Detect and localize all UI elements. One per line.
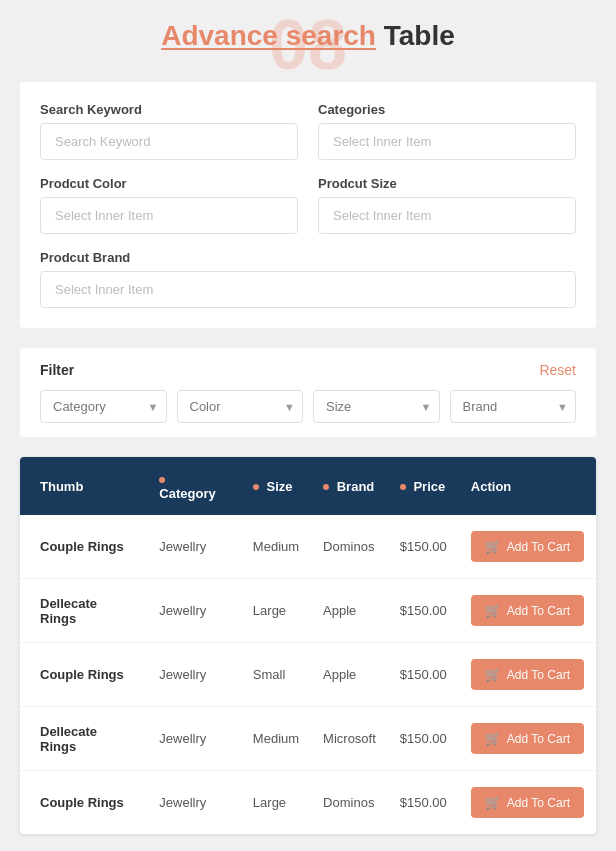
col-action: Action: [459, 457, 596, 515]
price-indicator: [400, 484, 406, 490]
add-to-cart-button[interactable]: 🛒 Add To Cart: [471, 595, 584, 626]
table-body: Couple Rings Jewellry Medium Dominos $15…: [20, 515, 596, 834]
cell-category: Jewellry: [147, 579, 240, 643]
brand-filter: Brand ▼: [450, 390, 577, 423]
col-price: Price: [388, 457, 459, 515]
size-indicator: [253, 484, 259, 490]
col-category: Category: [147, 457, 240, 515]
title-highlight: Advance search: [161, 20, 376, 51]
keyword-group: Search Keyword: [40, 102, 298, 160]
color-label: Prodcut Color: [40, 176, 298, 191]
reset-button[interactable]: Reset: [539, 362, 576, 378]
size-group: Prodcut Size: [318, 176, 576, 234]
col-size: Size: [241, 457, 311, 515]
col-brand: Brand: [311, 457, 388, 515]
cart-icon: 🛒: [485, 603, 501, 618]
cell-size: Large: [241, 771, 311, 835]
form-row-1: Search Keyword Categories: [40, 102, 576, 160]
table-row: Dellecate Rings Jewellry Medium Microsof…: [20, 707, 596, 771]
cell-brand: Apple: [311, 579, 388, 643]
add-to-cart-button[interactable]: 🛒 Add To Cart: [471, 659, 584, 690]
brand-indicator: [323, 484, 329, 490]
size-select[interactable]: Size: [313, 390, 440, 423]
add-to-cart-label: Add To Cart: [507, 796, 570, 810]
cell-price: $150.00: [388, 771, 459, 835]
filter-section: Filter Reset Category ▼ Color ▼ Size ▼: [20, 348, 596, 437]
add-to-cart-label: Add To Cart: [507, 668, 570, 682]
cell-thumb: Couple Rings: [20, 771, 147, 835]
cell-size: Medium: [241, 707, 311, 771]
brand-select[interactable]: Brand: [450, 390, 577, 423]
search-form: Search Keyword Categories Prodcut Color …: [20, 82, 596, 328]
cell-thumb: Dellecate Rings: [20, 707, 147, 771]
cell-category: Jewellry: [147, 515, 240, 579]
data-table: Thumb Category Size Brand: [20, 457, 596, 834]
add-to-cart-button[interactable]: 🛒 Add To Cart: [471, 787, 584, 818]
cell-brand: Apple: [311, 643, 388, 707]
categories-label: Categories: [318, 102, 576, 117]
filter-dropdowns: Category ▼ Color ▼ Size ▼ Brand ▼: [40, 390, 576, 423]
add-to-cart-button[interactable]: 🛒 Add To Cart: [471, 531, 584, 562]
title-section: 08 Advance search Table: [20, 20, 596, 52]
cell-action: 🛒 Add To Cart: [459, 579, 596, 643]
table-row: Couple Rings Jewellry Small Apple $150.0…: [20, 643, 596, 707]
add-to-cart-label: Add To Cart: [507, 604, 570, 618]
brand-input[interactable]: [40, 271, 576, 308]
cell-action: 🛒 Add To Cart: [459, 643, 596, 707]
categories-group: Categories: [318, 102, 576, 160]
add-to-cart-label: Add To Cart: [507, 732, 570, 746]
cell-price: $150.00: [388, 515, 459, 579]
cell-price: $150.00: [388, 707, 459, 771]
cell-price: $150.00: [388, 579, 459, 643]
category-select[interactable]: Category: [40, 390, 167, 423]
cart-icon: 🛒: [485, 795, 501, 810]
size-label: Prodcut Size: [318, 176, 576, 191]
table-row: Couple Rings Jewellry Large Dominos $150…: [20, 771, 596, 835]
cart-icon: 🛒: [485, 667, 501, 682]
color-select[interactable]: Color: [177, 390, 304, 423]
cell-category: Jewellry: [147, 707, 240, 771]
cell-action: 🛒 Add To Cart: [459, 515, 596, 579]
brand-label: Prodcut Brand: [40, 250, 576, 265]
category-indicator: [159, 477, 165, 483]
cell-category: Jewellry: [147, 771, 240, 835]
cell-price: $150.00: [388, 643, 459, 707]
size-input[interactable]: [318, 197, 576, 234]
cell-size: Medium: [241, 515, 311, 579]
cell-category: Jewellry: [147, 643, 240, 707]
cell-thumb: Couple Rings: [20, 515, 147, 579]
cell-size: Large: [241, 579, 311, 643]
cart-icon: 🛒: [485, 539, 501, 554]
brand-group: Prodcut Brand: [40, 250, 576, 308]
add-to-cart-label: Add To Cart: [507, 540, 570, 554]
cell-brand: Dominos: [311, 515, 388, 579]
filter-header: Filter Reset: [40, 362, 576, 378]
form-row-3: Prodcut Brand: [40, 250, 576, 308]
cell-action: 🛒 Add To Cart: [459, 707, 596, 771]
page-title: Advance search Table: [20, 20, 596, 52]
keyword-label: Search Keyword: [40, 102, 298, 117]
cell-thumb: Couple Rings: [20, 643, 147, 707]
keyword-input[interactable]: [40, 123, 298, 160]
categories-input[interactable]: [318, 123, 576, 160]
title-normal: Table: [376, 20, 455, 51]
header-row: Thumb Category Size Brand: [20, 457, 596, 515]
table-container: Thumb Category Size Brand: [20, 457, 596, 834]
color-filter: Color ▼: [177, 390, 304, 423]
size-filter: Size ▼: [313, 390, 440, 423]
cell-thumb: Dellecate Rings: [20, 579, 147, 643]
add-to-cart-button[interactable]: 🛒 Add To Cart: [471, 723, 584, 754]
cell-size: Small: [241, 643, 311, 707]
table-row: Couple Rings Jewellry Medium Dominos $15…: [20, 515, 596, 579]
cell-brand: Dominos: [311, 771, 388, 835]
cart-icon: 🛒: [485, 731, 501, 746]
col-thumb: Thumb: [20, 457, 147, 515]
table-header: Thumb Category Size Brand: [20, 457, 596, 515]
category-filter: Category ▼: [40, 390, 167, 423]
cell-brand: Microsoft: [311, 707, 388, 771]
form-row-2: Prodcut Color Prodcut Size: [40, 176, 576, 234]
cell-action: 🛒 Add To Cart: [459, 771, 596, 835]
page-wrapper: 08 Advance search Table Search Keyword C…: [0, 0, 616, 851]
color-input[interactable]: [40, 197, 298, 234]
filter-label: Filter: [40, 362, 74, 378]
